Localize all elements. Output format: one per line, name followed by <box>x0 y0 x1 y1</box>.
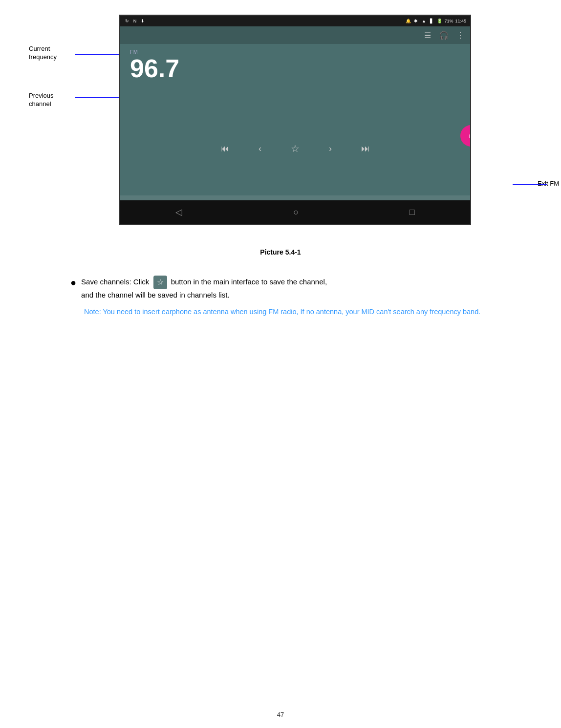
back-nav-icon[interactable]: ◁ <box>175 207 182 217</box>
bullet-text: Save channels: Click button in the main … <box>81 276 491 301</box>
recent-nav-icon[interactable]: □ <box>410 207 415 217</box>
annotation-previous-channel: Previous channel <box>29 92 54 108</box>
prev-channel-button[interactable]: ⏮ <box>217 141 233 156</box>
signal-icon: ▋ <box>429 18 434 24</box>
battery-icon: 🔋 <box>436 18 442 24</box>
bullet-dot: ● <box>70 276 76 289</box>
status-bar: ↻ N ⬇ 🔔 ✱ ▲ ▋ 🔋 71% 11:45 <box>120 16 470 26</box>
download-icon: ⬇ <box>140 18 146 24</box>
page-number: 47 <box>277 711 284 718</box>
next-channel-button[interactable]: ⏭ <box>358 141 373 156</box>
notification-icon: N <box>132 18 138 24</box>
phone-screen: ↻ N ⬇ 🔔 ✱ ▲ ▋ 🔋 71% 11:45 ☰ 🎧 ⋮ <box>119 15 471 225</box>
status-bar-left: ↻ N ⬇ <box>124 18 146 24</box>
prev-freq-button[interactable]: ‹ <box>252 141 268 156</box>
next-freq-button[interactable]: › <box>323 141 338 156</box>
fm-frequency: 96.7 <box>130 56 460 81</box>
fm-label: FM <box>130 49 460 55</box>
alarm-icon: 🔔 <box>405 18 411 24</box>
top-bar: ☰ 🎧 ⋮ <box>120 26 470 44</box>
note-text: Note: You need to insert earphone as ant… <box>84 306 491 318</box>
time-display: 11:45 <box>455 19 466 23</box>
wifi-icon: ▲ <box>421 18 427 24</box>
save-channel-button[interactable]: ☆ <box>287 141 303 156</box>
nav-bar: ◁ ○ □ <box>120 200 470 224</box>
annotation-current-frequency: Current frequency <box>29 45 57 62</box>
annotation-exit-fm: Exit FM <box>538 180 559 187</box>
home-nav-icon[interactable]: ○ <box>293 207 299 217</box>
save-text-after: button in the main interface to save the… <box>171 278 327 286</box>
bluetooth-icon: ✱ <box>413 18 419 24</box>
controls-row: ⏮ ‹ ☆ › ⏭ <box>120 141 470 156</box>
caption: Picture 5.4-1 <box>260 248 301 256</box>
screenshot-area: Current frequency Previous channel Save … <box>90 10 510 239</box>
save-text-before: Save channels: Click <box>81 278 151 286</box>
freq-arrow <box>75 54 119 55</box>
exit-arrow <box>513 184 547 185</box>
body-section: ● Save channels: Click button in the mai… <box>61 276 500 318</box>
prev-arrow <box>75 97 119 98</box>
page: Current frequency Previous channel Save … <box>0 0 561 728</box>
status-bar-right: 🔔 ✱ ▲ ▋ 🔋 71% 11:45 <box>405 18 466 24</box>
save-star-icon <box>153 276 167 289</box>
refresh-icon: ↻ <box>124 18 130 24</box>
headphone-icon[interactable]: 🎧 <box>439 31 449 40</box>
fm-content: FM 96.7 ⏮ ‹ ☆ › ⏭ <box>120 44 470 195</box>
battery-percent: 71% <box>444 19 453 23</box>
list-icon[interactable]: ☰ <box>424 31 431 40</box>
bullet-item-save: ● Save channels: Click button in the mai… <box>70 276 491 301</box>
save-text-line2: and the channel will be saved in channel… <box>81 291 230 299</box>
more-icon[interactable]: ⋮ <box>456 31 464 40</box>
